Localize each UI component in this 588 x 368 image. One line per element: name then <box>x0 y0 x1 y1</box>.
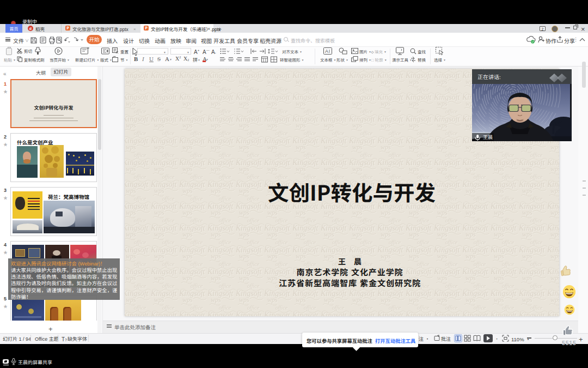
svg-text:王晨: 王晨 <box>483 134 493 141</box>
svg-text:正在讲话:: 正在讲话: <box>477 73 501 81</box>
svg-text:A: A <box>325 49 328 54</box>
